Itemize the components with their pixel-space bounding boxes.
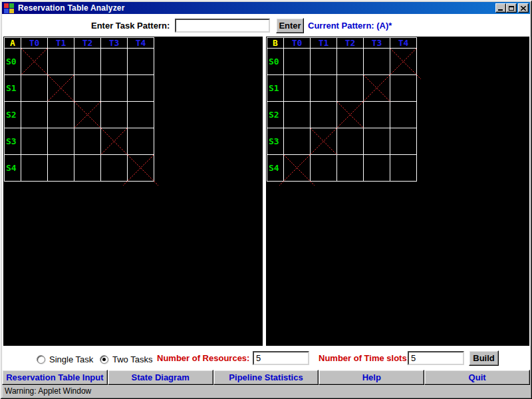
row-header-s1: S1 [5, 75, 21, 101]
table-cell-s0-t2[interactable] [337, 49, 363, 74]
single-task-label: Single Task [49, 354, 93, 364]
table-cell-s0-t2[interactable] [74, 49, 100, 74]
x-mark-icon [101, 128, 127, 154]
x-mark-icon [284, 155, 310, 181]
x-mark-icon [311, 128, 336, 154]
table-cell-s3-t1[interactable] [311, 128, 336, 154]
x-mark-icon [21, 49, 47, 74]
table-cell-s4-t1[interactable] [48, 155, 74, 181]
single-task-radio[interactable]: Single Task [37, 354, 93, 364]
row-header-s4: S4 [5, 155, 21, 181]
column-header-t0: T0 [284, 38, 310, 48]
column-header-t2: T2 [74, 38, 100, 48]
column-header-t4: T4 [128, 38, 154, 48]
radio-circle-icon[interactable] [100, 355, 108, 364]
window-controls [495, 3, 529, 13]
current-pattern-label: Current Pattern: (A)* [308, 21, 392, 31]
reservation-panel-a: AT0T1T2T3T4S0S1S2S3S4 [3, 37, 263, 346]
table-cell-s0-t1[interactable] [48, 49, 74, 74]
table-cell-s4-t3[interactable] [364, 155, 390, 181]
task-pattern-label: Enter Task Pattern: [91, 21, 170, 31]
table-cell-s4-t1[interactable] [311, 155, 336, 181]
enter-button[interactable]: Enter [276, 18, 304, 33]
table-cell-s4-t4[interactable] [390, 155, 416, 181]
nav-button-row: Reservation Table Input State Diagram Pi… [2, 370, 530, 385]
row-header-s2: S2 [5, 102, 21, 128]
table-cell-s2-t4[interactable] [128, 102, 154, 128]
table-cell-s0-t3[interactable] [101, 49, 127, 74]
reservation-panel-b: BT0T1T2T3T4S0S1S2S3S4 [266, 37, 529, 346]
window-title: Reservation Table Analyzer [18, 3, 495, 13]
title-bar[interactable]: Reservation Table Analyzer [2, 2, 530, 14]
nav-pipeline-statistics-button[interactable]: Pipeline Statistics [213, 370, 319, 385]
app-window: Reservation Table Analyzer Enter Task Pa… [0, 0, 532, 399]
table-cell-s4-t3[interactable] [101, 155, 127, 181]
table-cell-s2-t0[interactable] [21, 102, 47, 128]
nav-quit-button[interactable]: Quit [424, 370, 530, 385]
table-cell-s2-t2[interactable] [74, 102, 100, 128]
resources-input[interactable] [253, 351, 309, 365]
table-cell-s4-t2[interactable] [74, 155, 100, 181]
table-cell-s3-t0[interactable] [284, 128, 310, 154]
table-cell-s4-t2[interactable] [337, 155, 363, 181]
table-cell-s0-t4[interactable] [128, 49, 154, 74]
table-cell-s1-t0[interactable] [284, 75, 310, 101]
table-cell-s2-t4[interactable] [390, 102, 416, 128]
row-header-s0: S0 [267, 49, 283, 74]
table-cell-s1-t0[interactable] [21, 75, 47, 101]
row-header-s3: S3 [267, 128, 283, 154]
table-cell-s1-t4[interactable] [128, 75, 154, 101]
table-cell-s0-t0[interactable] [284, 49, 310, 74]
task-pattern-input[interactable] [175, 19, 270, 33]
table-cell-s1-t4[interactable] [390, 75, 416, 101]
two-tasks-label: Two Tasks [112, 354, 152, 364]
table-cell-s1-t2[interactable] [74, 75, 100, 101]
table-cell-s2-t3[interactable] [364, 102, 390, 128]
close-button[interactable] [518, 3, 529, 13]
table-cell-s3-t4[interactable] [128, 128, 154, 154]
table-cell-s1-t1[interactable] [48, 75, 74, 101]
radio-circle-icon[interactable] [37, 355, 45, 364]
table-cell-s0-t3[interactable] [364, 49, 390, 74]
timeslots-input[interactable] [408, 351, 464, 365]
maximize-button[interactable] [506, 3, 517, 13]
table-cell-s1-t2[interactable] [337, 75, 363, 101]
table-cell-s2-t1[interactable] [48, 102, 74, 128]
table-id-cell: B [267, 38, 283, 48]
nav-state-diagram-button[interactable]: State Diagram [108, 370, 213, 385]
build-button[interactable]: Build [469, 350, 499, 366]
table-cell-s3-t3[interactable] [101, 128, 127, 154]
table-cell-s2-t3[interactable] [101, 102, 127, 128]
table-cell-s1-t1[interactable] [311, 75, 336, 101]
table-cell-s4-t4[interactable] [128, 155, 154, 181]
nav-help-button[interactable]: Help [319, 370, 424, 385]
table-cell-s3-t2[interactable] [74, 128, 100, 154]
minimize-button[interactable] [495, 3, 506, 13]
table-cell-s2-t0[interactable] [284, 102, 310, 128]
column-header-t1: T1 [311, 38, 336, 48]
table-cell-s3-t0[interactable] [21, 128, 47, 154]
table-cell-s3-t1[interactable] [48, 128, 74, 154]
timeslots-label: Number of Time slots: [319, 353, 410, 363]
column-header-t1: T1 [48, 38, 74, 48]
table-cell-s1-t3[interactable] [101, 75, 127, 101]
close-icon [521, 6, 526, 11]
table-cell-s4-t0[interactable] [21, 155, 47, 181]
nav-reservation-table-input-button[interactable]: Reservation Table Input [2, 370, 108, 385]
x-mark-icon [337, 102, 363, 128]
table-cell-s0-t0[interactable] [21, 49, 47, 74]
table-cell-s2-t1[interactable] [311, 102, 336, 128]
table-cell-s0-t4[interactable] [390, 49, 416, 74]
table-cell-s1-t3[interactable] [364, 75, 390, 101]
table-cell-s0-t1[interactable] [311, 49, 336, 74]
x-mark-icon [128, 155, 154, 181]
column-header-t3: T3 [101, 38, 127, 48]
table-cell-s3-t2[interactable] [337, 128, 363, 154]
row-header-s1: S1 [267, 75, 283, 101]
table-cell-s3-t3[interactable] [364, 128, 390, 154]
table-cell-s2-t2[interactable] [337, 102, 363, 128]
two-tasks-radio[interactable]: Two Tasks [100, 354, 152, 364]
column-header-t2: T2 [337, 38, 363, 48]
table-cell-s3-t4[interactable] [390, 128, 416, 154]
table-cell-s4-t0[interactable] [284, 155, 310, 181]
